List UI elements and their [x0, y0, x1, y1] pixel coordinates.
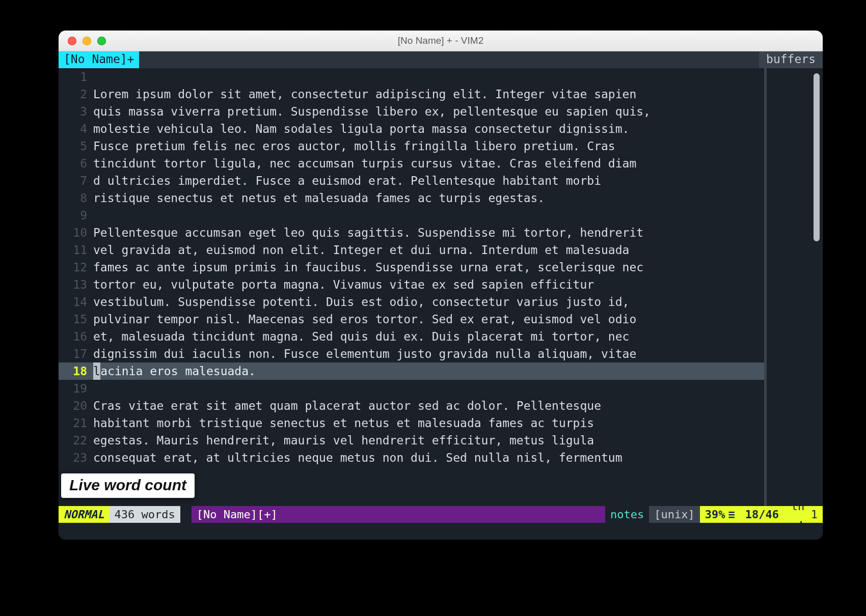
buffer-line[interactable]: 10Pellentesque accumsan eget leo quis sa…: [59, 224, 764, 241]
list-icon: ≡: [725, 506, 735, 523]
line-number: 17: [59, 345, 93, 362]
line-number: 10: [59, 224, 93, 241]
buffer-line[interactable]: 3quis massa viverra pretium. Suspendisse…: [59, 103, 764, 120]
line-number: 6: [59, 155, 93, 172]
status-col: 1: [811, 506, 818, 523]
status-ln: ln : 1: [784, 506, 823, 523]
line-number: 16: [59, 328, 93, 345]
buffer-line[interactable]: 19: [59, 380, 764, 397]
line-number: 20: [59, 397, 93, 414]
cursor: l: [93, 362, 100, 380]
status-percent-value: 39%: [705, 506, 725, 523]
status-encoding: [unix]: [649, 506, 699, 523]
line-number: 7: [59, 172, 93, 189]
buffer-line[interactable]: 16et, malesuada tincidunt magna. Sed qui…: [59, 328, 764, 345]
line-number: 9: [59, 207, 93, 224]
line-text: tincidunt tortor ligula, nec accumsan tu…: [93, 155, 764, 172]
line-text: d ultricies imperdiet. Fusce a euismod e…: [93, 172, 764, 189]
line-text: pulvinar tempor nisl. Maecenas sed eros …: [93, 311, 764, 328]
buffer-line[interactable]: 2Lorem ipsum dolor sit amet, consectetur…: [59, 86, 764, 103]
line-number: 11: [59, 241, 93, 259]
minimize-icon[interactable]: [83, 37, 91, 45]
buffer-line[interactable]: 6tincidunt tortor ligula, nec accumsan t…: [59, 155, 764, 172]
buffer-tab-active[interactable]: [No Name]+: [59, 51, 139, 68]
statusline: NORMAL 436 words [No Name][+] notes [uni…: [59, 506, 823, 523]
buffer-line[interactable]: 21habitant morbi tristique senectus et n…: [59, 414, 764, 432]
line-text: Pellentesque accumsan eget leo quis sagi…: [93, 224, 764, 241]
buffer-line[interactable]: 15pulvinar tempor nisl. Maecenas sed ero…: [59, 311, 764, 328]
status-percent: 39% ≡: [700, 506, 740, 523]
line-text: tortor eu, vulputate porta magna. Vivamu…: [93, 276, 764, 293]
line-number: 14: [59, 293, 93, 311]
line-text: molestie vehicula leo. Nam sodales ligul…: [93, 120, 764, 137]
buffer-line[interactable]: 22egestas. Mauris hendrerit, mauris vel …: [59, 432, 764, 449]
line-text: consequat erat, at ultricies neque metus…: [93, 449, 764, 466]
line-text: Cras vitae erat sit amet quam placerat a…: [93, 397, 764, 414]
line-number: 5: [59, 137, 93, 155]
buffer-line[interactable]: 12fames ac ante ipsum primis in faucibus…: [59, 259, 764, 276]
buffer-line[interactable]: 5Fusce pretium felis nec eros auctor, mo…: [59, 137, 764, 155]
text-buffer[interactable]: 12Lorem ipsum dolor sit amet, consectetu…: [59, 68, 764, 506]
status-mode: NORMAL: [59, 506, 109, 523]
right-split: [764, 68, 823, 506]
buffer-line[interactable]: 20Cras vitae erat sit amet quam placerat…: [59, 397, 764, 414]
line-text: fames ac ante ipsum primis in faucibus. …: [93, 259, 764, 276]
line-text: ristique senectus et netus et malesuada …: [93, 189, 764, 207]
status-filetype: notes: [605, 506, 649, 523]
line-text: Lorem ipsum dolor sit amet, consectetur …: [93, 86, 764, 103]
buffer-line[interactable]: 17dignissim dui iaculis non. Fusce eleme…: [59, 345, 764, 362]
line-number: 22: [59, 432, 93, 449]
line-number: 15: [59, 311, 93, 328]
line-text: vestibulum. Suspendisse potenti. Duis es…: [93, 293, 764, 311]
window-title: [No Name] + - VIM2: [59, 35, 823, 46]
line-number: 19: [59, 380, 93, 397]
buffer-line[interactable]: 14vestibulum. Suspendisse potenti. Duis …: [59, 293, 764, 311]
command-line[interactable]: [59, 523, 823, 540]
line-number: 8: [59, 189, 93, 207]
line-number: 3: [59, 103, 93, 120]
buffer-tabbar: [No Name]+ buffers: [59, 51, 823, 68]
line-number: 1: [59, 68, 93, 86]
line-number: 18: [59, 362, 93, 380]
zoom-icon[interactable]: [97, 37, 106, 45]
line-number: 12: [59, 259, 93, 276]
buffer-line[interactable]: 4molestie vehicula leo. Nam sodales ligu…: [59, 120, 764, 137]
status-word-count: 436 words: [109, 506, 180, 523]
titlebar[interactable]: [No Name] + - VIM2: [59, 31, 823, 51]
line-number: 2: [59, 86, 93, 103]
buffer-line[interactable]: 11vel gravida at, euismod non elit. Inte…: [59, 241, 764, 259]
line-number: 21: [59, 414, 93, 432]
buffer-line[interactable]: 9: [59, 207, 764, 224]
line-text: habitant morbi tristique senectus et net…: [93, 414, 764, 432]
app-window: [No Name] + - VIM2 [No Name]+ buffers 12…: [59, 31, 823, 540]
buffer-line[interactable]: 23consequat erat, at ultricies neque met…: [59, 449, 764, 466]
line-text: Fusce pretium felis nec eros auctor, mol…: [93, 137, 764, 155]
buffer-line[interactable]: 1: [59, 68, 764, 86]
line-text: lacinia eros malesuada.: [93, 362, 764, 380]
line-number: 13: [59, 276, 93, 293]
buffer-line[interactable]: 7d ultricies imperdiet. Fusce a euismod …: [59, 172, 764, 189]
buffer-line[interactable]: 8ristique senectus et netus et malesuada…: [59, 189, 764, 207]
line-text: et, malesuada tincidunt magna. Sed quis …: [93, 328, 764, 345]
buffer-line[interactable]: 13tortor eu, vulputate porta magna. Viva…: [59, 276, 764, 293]
status-position: 18/46: [740, 506, 784, 523]
line-text: dignissim dui iaculis non. Fusce element…: [93, 345, 764, 362]
annotation-label: Live word count: [61, 473, 195, 498]
buffers-label[interactable]: buffers: [759, 51, 823, 68]
status-file: [No Name][+]: [192, 506, 298, 523]
line-number: 4: [59, 120, 93, 137]
line-text: vel gravida at, euismod non elit. Intege…: [93, 241, 764, 259]
buffer-line[interactable]: 18lacinia eros malesuada.: [59, 362, 764, 380]
line-number: 23: [59, 449, 93, 466]
close-icon[interactable]: [68, 37, 76, 45]
line-text: egestas. Mauris hendrerit, mauris vel he…: [93, 432, 764, 449]
line-text: quis massa viverra pretium. Suspendisse …: [93, 103, 764, 120]
scrollbar-thumb[interactable]: [814, 73, 820, 241]
